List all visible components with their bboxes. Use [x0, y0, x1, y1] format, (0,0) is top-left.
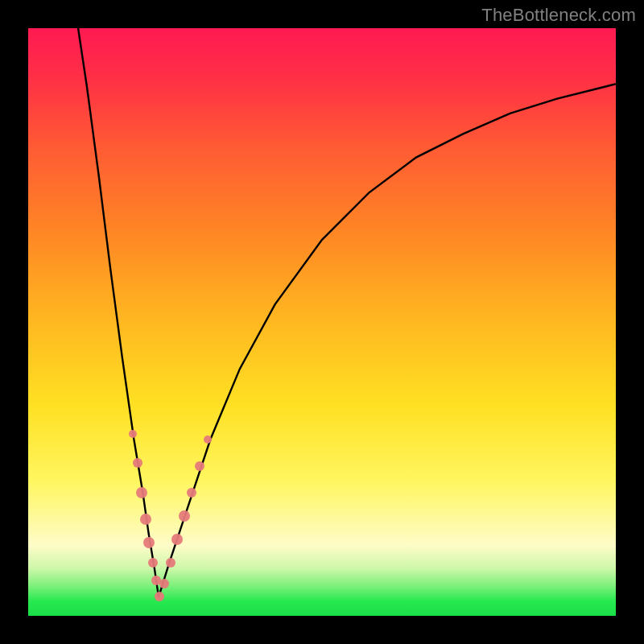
heat-gradient [28, 28, 616, 616]
chart-frame: TheBottleneck.com [0, 0, 644, 644]
plot-area [28, 28, 616, 616]
watermark-text: TheBottleneck.com [481, 5, 636, 26]
